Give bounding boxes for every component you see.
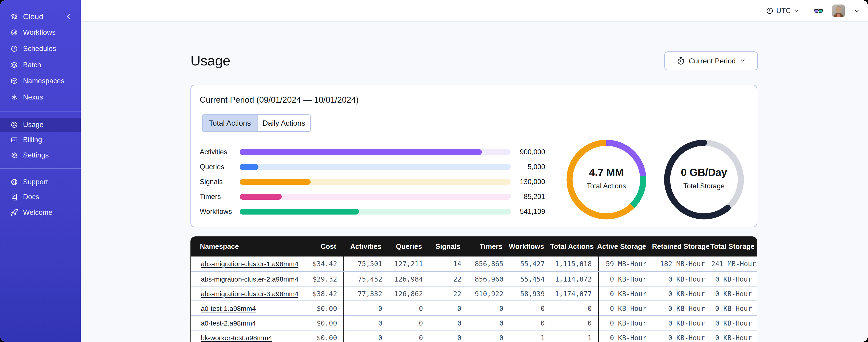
namespace-link[interactable]: a0-test-2.a98mm4 — [201, 319, 256, 327]
sidebar-item-namespaces[interactable]: Namespaces — [0, 74, 81, 88]
table-cell: 126,984 — [389, 275, 429, 283]
table-cell: 0 — [468, 305, 510, 312]
table-row: abs-migration-cluster-3.a98mm4$38.4277,3… — [191, 286, 757, 301]
sidebar-item-schedules[interactable]: Schedules — [0, 42, 81, 56]
column-header-timers: Timers — [467, 242, 509, 251]
bar-row-activities: Activities 900,000 — [200, 145, 545, 160]
batch-layers-icon — [10, 61, 18, 69]
table-row: abs-migration-cluster-1.a98mm4$34.4275,5… — [191, 256, 757, 271]
table-row: abs-migration-cluster-2.a98mm4$29.3275,4… — [191, 271, 757, 286]
avatar[interactable] — [832, 4, 845, 17]
bar-fill — [240, 164, 258, 170]
nexus-asterisk-icon — [10, 93, 18, 101]
table-cell: 22 — [429, 275, 468, 283]
sidebar-item-docs[interactable]: Docs — [0, 190, 81, 204]
namespace-cell: a0-test-1.a98mm4 — [191, 305, 300, 312]
main-content: Usage Current Period Current Period (09/… — [81, 22, 868, 342]
usage-card-title: Current Period (09/01/2024 — 10/01/2024) — [200, 95, 359, 105]
sidebar-item-workflows[interactable]: Workflows — [0, 26, 81, 39]
app-window: Cloud Workflows Schedules — [0, 0, 868, 342]
sidebar-item-support[interactable]: Support — [0, 175, 81, 189]
table-cell: 0 — [389, 319, 429, 327]
namespace-link[interactable]: abs-migration-cluster-1.a98mm4 — [201, 260, 299, 268]
namespace-cell: abs-migration-cluster-3.a98mm4 — [191, 290, 300, 298]
column-header-namespace: Namespace — [190, 242, 299, 251]
table-cell: $0.00 — [300, 305, 343, 312]
table-cell: 241 MB-Hour — [711, 260, 758, 268]
table-cell: 0 — [468, 319, 510, 327]
table-cell: 0 KB-Hour — [711, 319, 758, 327]
sidebar-item-billing[interactable]: Billing — [0, 133, 81, 147]
nerd-glasses-icon[interactable] — [813, 7, 824, 14]
total-storage-donut: 0 GB/Day Total Storage — [663, 139, 745, 220]
table-cell: 14 — [429, 260, 468, 268]
table-cell: 1,114,872 — [551, 275, 598, 283]
table-cell: 0 — [429, 334, 468, 342]
namespace-link[interactable]: abs-migration-cluster-3.a98mm4 — [201, 290, 299, 298]
bar-fill — [240, 149, 482, 155]
table-cell: 0 KB-Hour — [653, 305, 711, 312]
chevron-down-icon — [794, 8, 799, 14]
bar-label: Activities — [200, 148, 240, 156]
column-header-signals: Signals — [428, 242, 467, 251]
column-header-total-actions: Total Actions — [550, 242, 597, 251]
table-cell: 22 — [429, 290, 468, 298]
namespace-cell: abs-migration-cluster-2.a98mm4 — [191, 275, 300, 283]
table-cell: 0 KB-Hour — [711, 290, 758, 298]
column-header-cost: Cost — [299, 242, 342, 251]
namespace-link[interactable]: bk-worker-test.a98mm4 — [201, 334, 272, 342]
bar-label: Signals — [200, 178, 240, 186]
table-cell: 0 — [551, 305, 598, 312]
sidebar-item-usage[interactable]: Usage — [0, 118, 81, 132]
table-cell: 55,427 — [510, 260, 551, 268]
sidebar-collapse-icon[interactable] — [65, 13, 72, 20]
table-cell: 0 — [343, 331, 389, 342]
donut-value: 0 GB/Day — [681, 166, 727, 178]
sidebar-item-nexus[interactable]: Nexus — [0, 90, 81, 104]
table-cell: 0 — [510, 319, 551, 327]
table-cell: 0 — [389, 305, 429, 312]
table-cell: $29.32 — [300, 275, 343, 283]
table-cell: 0 — [551, 319, 598, 327]
table-cell: 59 MB-Hour — [598, 256, 653, 271]
table-cell: 75,501 — [343, 256, 389, 271]
usage-gauge-icon — [10, 121, 18, 129]
page-title: Usage — [190, 53, 230, 69]
table-cell: 1 — [551, 334, 598, 342]
table-cell: 77,332 — [343, 286, 389, 301]
sidebar-brand-label: Cloud — [23, 12, 43, 21]
table-cell: 0 — [389, 334, 429, 342]
tab-daily-actions[interactable]: Daily Actions — [257, 115, 310, 131]
period-selector-button[interactable]: Current Period — [664, 52, 758, 70]
table-cell: 0 KB-Hour — [598, 272, 653, 286]
namespace-link[interactable]: abs-migration-cluster-2.a98mm4 — [201, 275, 299, 283]
column-header-total-storage: Total Storage — [710, 242, 757, 251]
column-header-activities: Activities — [342, 242, 388, 251]
timezone-selector[interactable]: UTC — [766, 7, 799, 15]
settings-gear-icon — [10, 151, 18, 159]
table-cell: 0 — [429, 319, 468, 327]
table-cell: 0 KB-Hour — [711, 305, 758, 312]
tab-total-actions[interactable]: Total Actions — [203, 115, 257, 131]
table-cell: 0 KB-Hour — [653, 290, 711, 298]
namespace-usage-table: NamespaceCostActivitiesQueriesSignalsTim… — [190, 236, 757, 342]
sidebar-divider — [0, 111, 81, 111]
table-cell: 0 — [343, 316, 389, 331]
chevron-down-icon[interactable] — [853, 7, 860, 14]
table-cell: 182 MB-Hour — [653, 260, 711, 268]
sidebar-item-batch[interactable]: Batch — [0, 58, 81, 72]
total-actions-donut: 4.7 MM Total Actions — [566, 139, 647, 220]
bar-row-timers: Timers 85,201 — [200, 189, 545, 204]
bar-value: 900,000 — [511, 148, 545, 156]
topbar: UTC — [81, 0, 868, 22]
table-cell: 0 — [468, 334, 510, 342]
namespace-link[interactable]: a0-test-1.a98mm4 — [201, 305, 256, 312]
sidebar-item-welcome[interactable]: Welcome — [0, 206, 81, 219]
donut-label: Total Actions — [587, 182, 626, 190]
sidebar-item-settings[interactable]: Settings — [0, 148, 81, 162]
table-cell: 0 KB-Hour — [598, 316, 653, 331]
table-cell: $0.00 — [300, 319, 343, 327]
table-cell: 75,452 — [343, 272, 389, 286]
table-cell: $38.42 — [300, 290, 343, 298]
bar-track — [240, 179, 511, 185]
